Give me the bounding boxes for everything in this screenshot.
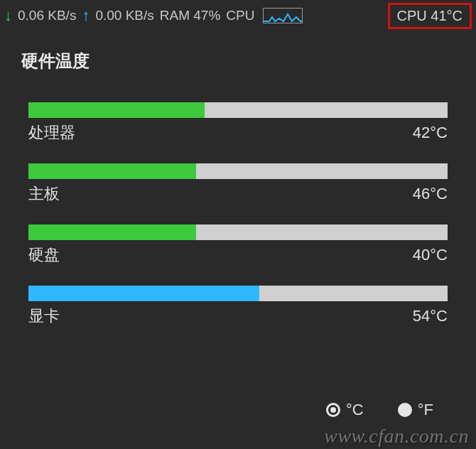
temp-value: 54°C: [413, 307, 448, 325]
temp-bar-fill: [28, 286, 259, 301]
temp-bar-fill: [28, 224, 196, 240]
temp-bar-track: [28, 224, 448, 240]
upload-arrow-icon: ↑: [82, 8, 90, 23]
temp-label: 主板: [28, 183, 60, 205]
temp-item-disk: 硬盘 40°C: [28, 224, 448, 266]
cpu-label: CPU: [226, 8, 254, 23]
cpu-temp-highlight: CPU 41°C: [388, 3, 472, 29]
temp-value: 42°C: [413, 124, 448, 142]
temp-value: 46°C: [413, 185, 448, 203]
temp-label: 处理器: [28, 122, 75, 144]
temp-value: 40°C: [413, 246, 448, 264]
temp-bar-track: [28, 163, 448, 179]
download-arrow-icon: ↓: [4, 8, 12, 23]
temp-item-mainboard: 主板 46°C: [28, 163, 448, 205]
unit-fahrenheit-radio[interactable]: °F: [398, 401, 433, 419]
unit-celsius-label: °C: [346, 401, 364, 419]
topbar: ↓ 0.06 KB/s ↑ 0.00 KB/s RAM 47% CPU CPU …: [0, 0, 476, 31]
temperature-bar-list: 处理器 42°C 主板 46°C 硬盘 40°C 显卡 54°C: [0, 72, 476, 327]
temp-item-gpu: 显卡 54°C: [28, 286, 448, 327]
temp-bar-fill: [28, 163, 196, 179]
watermark: www.cfan.com.cn: [324, 425, 469, 448]
temp-bar-fill: [28, 102, 205, 118]
upload-speed: 0.00 KB/s: [95, 8, 153, 23]
cpu-usage-graph: [263, 8, 303, 23]
ram-usage: RAM 47%: [160, 8, 221, 23]
temp-bar-track: [28, 286, 448, 301]
temp-bar-track: [28, 102, 448, 118]
temp-item-cpu: 处理器 42°C: [28, 102, 448, 144]
radio-dot-icon: [326, 403, 340, 417]
unit-toggle: °C °F: [326, 401, 433, 419]
temp-label: 硬盘: [28, 244, 60, 266]
section-title: 硬件温度: [0, 31, 476, 72]
unit-fahrenheit-label: °F: [418, 401, 433, 419]
temp-label: 显卡: [28, 305, 60, 327]
unit-celsius-radio[interactable]: °C: [326, 401, 364, 419]
radio-dot-icon: [398, 403, 412, 417]
download-speed: 0.06 KB/s: [18, 8, 76, 23]
